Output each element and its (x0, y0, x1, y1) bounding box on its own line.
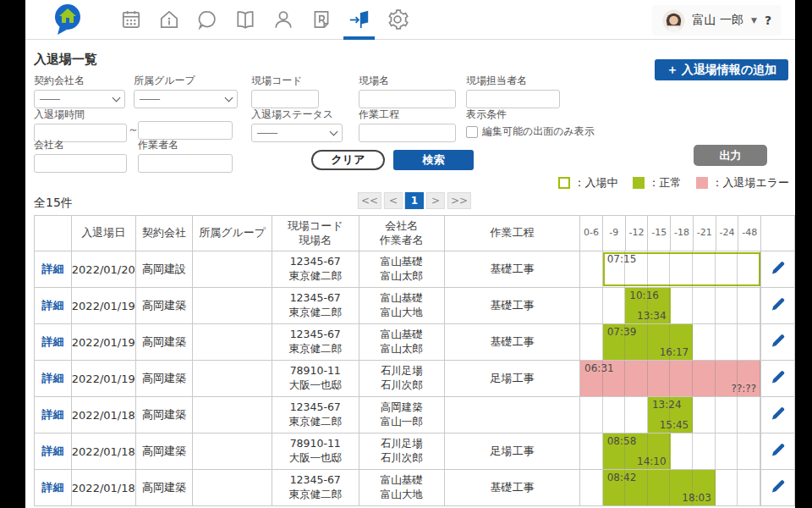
exit-time: 14:10 (637, 456, 667, 467)
page-next-button[interactable]: > (426, 192, 445, 209)
table-body: 詳細 2022/01/20 高岡建設 12345-67東京健二郎 富山基礎富山太… (35, 251, 795, 506)
editable-only-checkbox[interactable] (466, 126, 478, 138)
site-manager-input[interactable] (466, 90, 560, 108)
table-row: 詳細 2022/01/19 高岡建築 78910-11大阪一也邸 石川足場石川次… (35, 361, 795, 397)
edit-pencil-icon[interactable] (771, 406, 785, 421)
edit-pencil-icon[interactable] (771, 261, 785, 275)
worker-input[interactable] (138, 154, 233, 173)
cell-edit (761, 361, 795, 397)
book-icon[interactable] (226, 0, 264, 40)
cell-site: 78910-11大阪一也邸 (272, 361, 359, 397)
cell-process: 基礎工事 (445, 324, 580, 361)
cell-company: 富山基礎富山太郎 (359, 251, 444, 288)
cell-group (193, 288, 272, 324)
calendar-icon[interactable] (112, 0, 150, 40)
edit-pencil-icon[interactable] (771, 479, 785, 494)
exit-time: ??:?? (732, 383, 757, 395)
detail-link[interactable]: 詳細 (41, 262, 63, 275)
header-process: 作業工程 (445, 216, 580, 251)
user-name: 富山 一郎 (693, 13, 743, 28)
page-first-button[interactable]: << (358, 192, 381, 209)
header-contract: 契約会社 (135, 216, 193, 251)
cell-contract: 高岡建築 (135, 361, 193, 397)
user-icon[interactable] (264, 0, 302, 40)
editable-only-label: 編集可能の出面のみ表示 (482, 124, 595, 139)
chevron-down-icon (225, 93, 233, 102)
cell-site: 12345-67東京健二郎 (272, 397, 359, 433)
result-count: 全15件 (34, 196, 73, 209)
cell-company: 高岡建築富山一郎 (359, 397, 444, 433)
detail-link[interactable]: 詳細 (41, 372, 63, 384)
site-name-input[interactable] (359, 90, 456, 108)
chevron-down-icon[interactable]: ▼ (751, 16, 757, 25)
group-select[interactable]: ―― (134, 90, 238, 108)
entry-time-to-input[interactable] (138, 121, 233, 140)
cell-process: 基礎工事 (445, 470, 580, 506)
status-label: 入退場ステータス (251, 108, 343, 122)
edit-pencil-icon[interactable] (771, 334, 785, 348)
help-icon[interactable]: ? (765, 14, 771, 27)
detail-link[interactable]: 詳細 (41, 481, 63, 494)
page-number-button[interactable]: 1 (405, 192, 424, 209)
header-detail (35, 216, 72, 251)
gear-icon[interactable] (378, 0, 416, 40)
site-code-input[interactable] (251, 90, 319, 108)
status-select[interactable]: ―― (251, 124, 343, 142)
exit-time: 13:34 (637, 310, 667, 322)
detail-link[interactable]: 詳細 (41, 444, 63, 457)
company-label: 会社名 (34, 138, 127, 152)
search-button[interactable]: 検索 (393, 150, 474, 170)
company-input[interactable] (34, 154, 127, 173)
edit-pencil-icon[interactable] (771, 370, 785, 384)
process-input[interactable] (359, 124, 456, 142)
cell-date: 2022/01/19 (71, 361, 135, 397)
chevron-down-icon (112, 93, 121, 102)
detail-link[interactable]: 詳細 (41, 299, 63, 312)
output-button[interactable]: 出力 (694, 145, 767, 166)
chat-icon[interactable] (188, 0, 226, 40)
clear-button[interactable]: クリア (311, 150, 385, 170)
report-icon[interactable] (302, 0, 340, 40)
cell-group (193, 324, 272, 361)
table-row: 詳細 2022/01/18 高岡建築 12345-67東京健二郎 高岡建築富山一… (35, 397, 795, 433)
detail-link[interactable]: 詳細 (41, 408, 63, 421)
cell-timeline: 08:42 18:03 (580, 470, 761, 506)
cell-company: 富山基礎富山太郎 (359, 324, 444, 361)
timeline-gridlines (580, 288, 760, 323)
cell-group (193, 397, 272, 433)
cell-site: 12345-67東京健二郎 (272, 288, 359, 324)
detail-link[interactable]: 詳細 (41, 335, 63, 348)
contract-company-select[interactable]: ―― (34, 90, 125, 108)
cell-contract: 高岡建築 (135, 288, 193, 324)
cell-timeline: 06:31 ??:?? (580, 361, 761, 397)
legend-normal-label: ：正常 (648, 175, 681, 190)
cell-date: 2022/01/18 (71, 397, 135, 433)
top-nav: 富山 一郎 ▼ ? (25, 0, 795, 40)
user-menu[interactable]: 富山 一郎 ▼ ? (652, 5, 782, 36)
entry-time: 07:39 (607, 326, 637, 338)
table-row: 詳細 2022/01/20 高岡建設 12345-67東京健二郎 富山基礎富山太… (35, 251, 795, 288)
header-group: 所属グループ (193, 216, 272, 251)
legend-onsite-label: ：入場中 (573, 175, 617, 190)
page-last-button[interactable]: >> (447, 192, 471, 209)
edit-pencil-icon[interactable] (771, 297, 785, 312)
site-name-label: 現場名 (359, 74, 456, 88)
exit-time: 16:17 (660, 346, 689, 358)
time-col-header: -48 (738, 216, 761, 251)
time-col-header: -24 (716, 216, 738, 251)
cell-edit (761, 324, 795, 361)
page-prev-button[interactable]: < (384, 192, 403, 209)
time-col-header: -12 (625, 216, 648, 251)
edit-pencil-icon[interactable] (771, 443, 785, 457)
cell-group (193, 361, 272, 397)
entry-exit-icon[interactable] (340, 0, 378, 40)
cell-group (193, 470, 272, 506)
exit-time: 18:03 (682, 492, 711, 504)
home-info-icon[interactable] (150, 0, 188, 40)
app-logo-icon[interactable] (51, 2, 85, 37)
entry-time: 13:24 (652, 399, 682, 411)
table-row: 詳細 2022/01/18 高岡建築 78910-11大阪一也邸 石川足場石川次… (35, 433, 795, 470)
header-date: 入退場日 (71, 216, 135, 251)
cell-date: 2022/01/18 (71, 470, 135, 506)
pagination: << < 1 > >> (358, 192, 471, 209)
